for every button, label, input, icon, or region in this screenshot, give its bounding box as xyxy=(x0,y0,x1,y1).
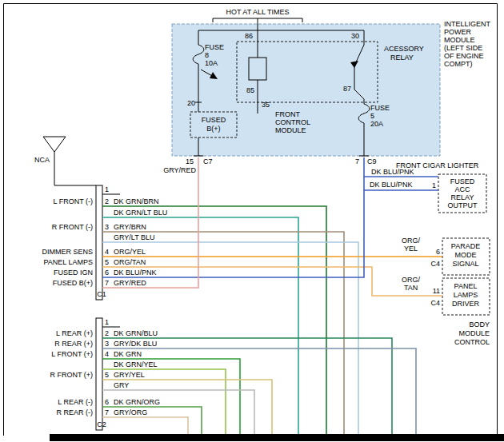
label-ipm-name: INTELLIGENT xyxy=(444,20,491,28)
label-fuse5: FUSE xyxy=(370,104,390,112)
label-connector-c1: C1 xyxy=(97,290,106,298)
wire-r-rear-neg xyxy=(102,417,188,434)
c2-pin-number: 3 xyxy=(105,340,109,348)
label-accessory-relay: ACESSORY xyxy=(384,45,424,53)
radio-connector-c2 xyxy=(96,318,102,430)
label-connector-c2: C2 xyxy=(97,420,106,428)
antenna-icon xyxy=(54,137,66,152)
label-body-module-control: BODY xyxy=(469,321,490,329)
label-accessory-relay: RELAY xyxy=(390,54,414,62)
c1-wire-color-label: GRY/LT BLU xyxy=(114,233,155,241)
wiring-diagram-canvas: HOT AT ALL TIMES INTELLIGENT POWER MODUL… xyxy=(0,0,504,442)
label-c9-name: C9 xyxy=(367,157,377,165)
label-body-module-control: CONTROL xyxy=(454,338,490,346)
label-c7-pin: 15 xyxy=(186,157,194,165)
label-terminal-85: 85 xyxy=(246,86,254,94)
c1-pin-number: 2 xyxy=(105,197,109,205)
label-nca: NCA xyxy=(34,156,50,164)
label-fuse5: 5 xyxy=(370,112,374,120)
label-org-tan: TAN xyxy=(404,284,418,292)
c1-wire-color-label: ORG/YEL xyxy=(114,248,146,256)
label-fused-b: B(+) xyxy=(206,125,220,133)
label-fused-acc-relay-output: RELAY xyxy=(451,193,474,201)
c2-signal-label: R REAR (+) xyxy=(54,340,93,348)
antenna-icon xyxy=(43,137,54,152)
c2-wire-color-label: DK GRN xyxy=(114,350,142,358)
label-panel-lamps-driver: LAMPS xyxy=(454,291,478,299)
c1-pin-number: 7 xyxy=(105,279,109,287)
c1-wire-color-label: ORG/TAN xyxy=(114,258,146,266)
c2-wire-color-label: GRY/YEL xyxy=(114,371,145,379)
label-c7-name: C7 xyxy=(203,157,213,165)
label-panel-lamps-driver: PANEL xyxy=(454,282,478,290)
label-terminal-20: 20 xyxy=(187,99,195,107)
label-fuse8: FUSE xyxy=(205,43,224,51)
c1-wire-color-label: GRY/BRN xyxy=(114,223,146,231)
c1-signal-label: R FRONT (-) xyxy=(52,223,93,231)
label-terminal-35: 35 xyxy=(262,101,270,109)
c1-pin-number: 4 xyxy=(105,248,109,256)
label-ipm-name: OF ENGINE xyxy=(444,52,484,60)
label-fused-acc-relay-output: FUSED xyxy=(450,177,475,185)
label-ipm-name: COMPT) xyxy=(444,60,473,68)
label-terminal-86: 86 xyxy=(245,32,253,40)
c2-wire-color-label: DK GRN/BLU xyxy=(114,329,158,337)
c2-pin-number: 7 xyxy=(105,408,109,416)
label-dk-blu-pnk: DK BLU/PNK xyxy=(371,168,414,176)
label-terminal-87: 87 xyxy=(343,85,351,93)
c2-wire-color-label: GRY/ORG xyxy=(114,408,147,416)
label-terminal-30: 30 xyxy=(351,32,359,40)
wire-l-rear-pos xyxy=(102,338,392,434)
c2-wire-color-label: DK GRN/ORG xyxy=(114,398,160,406)
c1-pin-number: 3 xyxy=(105,223,109,231)
label-c9-pin: 7 xyxy=(355,157,359,165)
label-org-yel: YEL xyxy=(404,245,418,253)
label-ipm-name: POWER xyxy=(444,28,472,36)
label-fused-acc-relay-output: ACC xyxy=(454,185,470,193)
c2-wire-color-label: DK GRN/YEL xyxy=(114,360,158,368)
c2-pin-number: 6 xyxy=(105,398,109,406)
radio-connectors xyxy=(96,185,120,430)
label-gry-red: GRY/RED xyxy=(163,166,196,174)
c1-signal-label: DIMMER SENS xyxy=(42,248,93,256)
label-hot-at-all-times: HOT AT ALL TIMES xyxy=(226,8,289,16)
antenna-symbol xyxy=(43,137,96,185)
c2-signal-label: L FRONT (+) xyxy=(51,350,93,358)
c1-signal-label: PANEL LAMPS xyxy=(43,258,93,266)
label-panel-lamps-driver: DRIVER xyxy=(452,300,480,308)
c1-signal-label: L FRONT (-) xyxy=(54,197,94,205)
c1-pin-number: 5 xyxy=(105,258,109,266)
c1-wire-color-label: DK GRN/LT BLU xyxy=(114,209,167,217)
c1-signal-label: FUSED B(+) xyxy=(53,279,93,287)
c2-pin-number: 4 xyxy=(105,350,109,358)
label-parade-mode-signal: MODE xyxy=(455,251,477,259)
label-fused-acc-relay-output: OUTPUT xyxy=(448,201,478,209)
c2-pin-number: 1 xyxy=(105,318,109,326)
label-parade-pin-6: 6 xyxy=(436,248,440,256)
c1-pin-number: 1 xyxy=(105,185,109,193)
c1-wire-color-label: DK GRN/BRN xyxy=(114,197,159,205)
label-ipm-name: (LEFT SIDE xyxy=(444,44,482,52)
label-fuse8: 10A xyxy=(205,59,218,67)
c1-signal-label: FUSED IGN xyxy=(54,269,93,277)
c1-wire-color-label: DK BLU/PNK xyxy=(114,269,157,277)
label-panel-c4: C4 xyxy=(430,299,440,307)
label-front-control-module: FRONT xyxy=(275,110,300,118)
label-fused-b: FUSED xyxy=(202,116,226,124)
label-org-yel: ORG/ xyxy=(402,237,421,245)
label-body-module-control: MODULE xyxy=(458,329,490,337)
label-fuse8: 8 xyxy=(205,51,209,59)
ipm-module xyxy=(172,18,440,156)
label-front-control-module: MODULE xyxy=(275,126,306,134)
label-parade-c4: C4 xyxy=(430,260,440,268)
c2-pin-number: 2 xyxy=(105,329,109,337)
c1-wire-color-label: GRY/RED xyxy=(114,279,146,287)
label-parade-mode-signal: PARADE xyxy=(451,242,480,250)
radio-connector-c1 xyxy=(96,185,102,300)
label-org-tan: ORG/ xyxy=(402,276,421,284)
c2-signal-label: R FRONT (+) xyxy=(50,371,93,379)
label-acc-pin-1: 1 xyxy=(432,181,436,189)
c2-signal-label: L REAR (+) xyxy=(56,329,93,337)
label-fuse5: 20A xyxy=(370,120,383,128)
c1-pin-number: 6 xyxy=(105,269,109,277)
